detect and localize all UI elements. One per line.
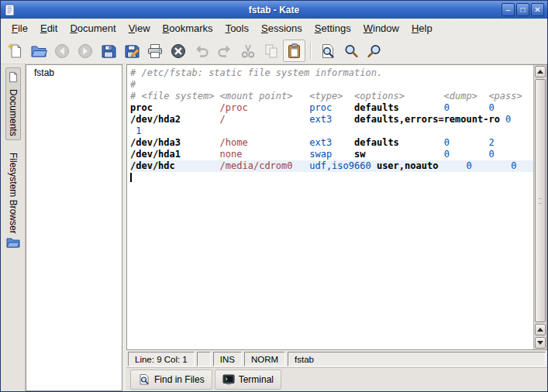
titlebar[interactable]: fstab - Kate – □ ✕ [1,1,547,19]
up-arrow-icon [537,70,543,74]
close-document-button[interactable] [167,40,189,62]
editor-line[interactable]: /dev/hda3 /home ext3 defaults 0 2 [130,137,533,149]
find-button[interactable] [316,40,339,62]
documents-icon [8,71,19,86]
tab-label: Find in Files [154,374,205,385]
copy-icon [263,43,280,60]
editor-line[interactable]: /dev/hda2 / ext3 defaults,errors=remount… [130,114,533,126]
toolbar-separator [310,43,312,60]
open-folder-icon [30,43,47,60]
cut-icon [240,43,257,60]
editor-line[interactable]: # /etc/fstab: static file system informa… [130,67,533,79]
editor-frame: # /etc/fstab: static file system informa… [126,64,547,350]
filesystem-folder-icon [6,236,20,252]
new-document-icon [7,43,24,60]
menu-edit[interactable]: Edit [34,19,64,37]
statusbar: Line: 9 Col: 1 INS NORM fstab [126,350,547,367]
minimize-button[interactable]: – [501,3,515,16]
tab-find-in-files[interactable]: Find in Files [130,370,212,390]
status-selection-mode: NORM [244,352,285,366]
documents-list: fstab [26,65,122,81]
menu-tools[interactable]: Tools [219,19,255,37]
find-previous-icon [366,43,383,60]
new-document-button[interactable] [4,40,26,62]
find-previous-button[interactable] [363,40,385,62]
status-modified-flag [197,352,211,366]
terminal-icon [222,373,235,386]
scrollbar-thumb[interactable] [535,79,546,322]
editor-scrollbar[interactable] [533,65,546,349]
tab-terminal[interactable]: Terminal [215,370,281,390]
close-button[interactable]: ✕ [531,3,544,16]
main-area: Documents Filesystem Browser fstab # /et… [1,64,547,391]
forward-button [74,40,96,62]
copy-button [260,40,282,62]
editor-line[interactable] [130,172,533,184]
menu-view[interactable]: View [122,19,157,37]
editor-line[interactable]: # <file system> <mount point> <type> <op… [130,91,533,102]
save-icon [100,43,117,60]
scroll-up-button-bottom[interactable] [535,324,546,335]
maximize-button[interactable]: □ [516,3,529,16]
save-as-icon [123,43,140,60]
menu-bookmarks[interactable]: Bookmarks [157,19,219,37]
status-insert-mode: INS [213,352,242,366]
cut-button [236,40,259,62]
editor[interactable]: # /etc/fstab: static file system informa… [127,65,533,349]
redo-button [213,40,236,62]
sidebar-tabbar: Documents Filesystem Browser [1,64,26,391]
tool-view-tabbar: Find in Files Terminal [126,367,547,391]
find-icon [319,43,336,60]
down-arrow-icon [537,341,543,345]
back-icon [53,43,71,60]
close-document-icon [170,43,187,60]
editor-line[interactable]: /dev/hdc /media/cdrom0 udf,iso9660 user,… [130,160,533,172]
tab-label: Terminal [239,374,274,385]
back-button [50,40,73,62]
sidebar-tab-label: Filesystem Browser [8,153,19,234]
menu-window[interactable]: Window [357,19,405,37]
documents-panel: fstab [26,64,122,391]
scroll-up-button[interactable] [535,66,546,77]
save-as-button[interactable] [120,40,143,62]
undo-button [190,40,212,62]
find-in-files-icon [138,373,150,386]
find-next-button[interactable] [339,40,362,62]
menu-file[interactable]: File [5,19,34,37]
sidebar-tab-filesystem-browser[interactable]: Filesystem Browser [4,149,22,256]
kate-window: fstab - Kate – □ ✕ FileEditDocumentViewB… [0,0,548,392]
editor-line[interactable]: /dev/hda1 none swap sw 0 0 [130,149,533,160]
print-button[interactable] [143,40,166,62]
menu-document[interactable]: Document [64,19,122,37]
redo-icon [216,43,233,60]
save-button[interactable] [97,40,119,62]
menu-settings[interactable]: Settings [308,19,357,37]
forward-icon [77,43,94,60]
status-filename: fstab [288,352,546,366]
window-title: fstab - Kate [1,5,547,15]
find-next-icon [343,43,360,60]
sidebar-tab-documents[interactable]: Documents [5,67,21,140]
menu-help[interactable]: Help [405,19,439,37]
print-icon [146,43,164,60]
up-arrow-icon [537,328,543,332]
text-cursor [130,173,132,182]
menubar: FileEditDocumentViewBookmarksToolsSessio… [1,19,547,38]
sidebar-tab-label: Documents [8,89,19,136]
paste-button[interactable] [283,40,305,62]
editor-line[interactable]: proc /proc proc defaults 0 0 [130,102,533,114]
editor-line[interactable]: # [130,79,533,91]
toolbar [1,38,547,64]
scroll-down-button[interactable] [535,337,546,349]
editor-column: # /etc/fstab: static file system informa… [126,64,547,391]
editor-line[interactable]: 1 [130,126,533,137]
undo-icon [193,43,210,60]
paste-icon [286,43,303,60]
menu-sessions[interactable]: Sessions [255,19,308,37]
document-list-item[interactable]: fstab [26,65,122,81]
open-folder-button[interactable] [27,40,50,62]
status-line-col: Line: 9 Col: 1 [128,352,195,366]
